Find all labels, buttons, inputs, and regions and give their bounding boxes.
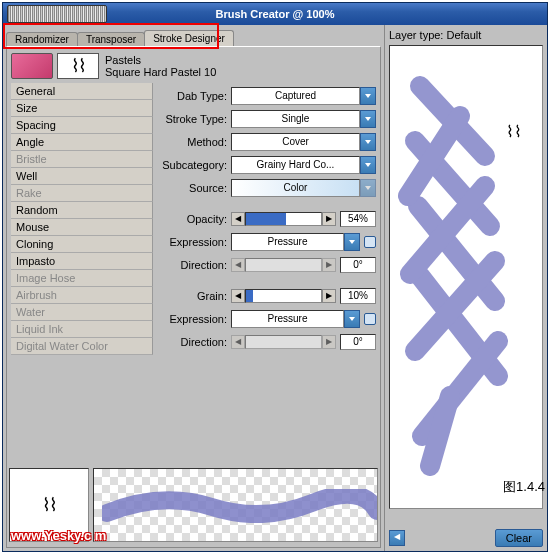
expression1-invert-checkbox[interactable]	[364, 236, 376, 248]
clear-button[interactable]: Clear	[495, 529, 543, 547]
cat-random[interactable]: Random	[11, 202, 153, 219]
opacity-slider[interactable]	[245, 212, 322, 226]
direction2-label: Direction:	[157, 336, 231, 348]
property-category-list: General Size Spacing Angle Bristle Well …	[11, 83, 153, 355]
drag-grip[interactable]	[7, 5, 107, 23]
cat-image-hose: Image Hose	[11, 270, 153, 287]
window-title: Brush Creator @ 100%	[216, 8, 335, 20]
subcategory-dropdown[interactable]	[360, 156, 376, 174]
source-label: Source:	[157, 182, 231, 194]
subcategory-label: Subcategory:	[157, 159, 231, 171]
expression1-value[interactable]: Pressure	[231, 233, 344, 251]
tab-randomizer[interactable]: Randomizer	[6, 32, 78, 46]
dab-type-value[interactable]: Captured	[231, 87, 360, 105]
cat-mouse[interactable]: Mouse	[11, 219, 153, 236]
grain-increase[interactable]: ▶	[322, 289, 336, 303]
dab-type-label: Dab Type:	[157, 90, 231, 102]
opacity-label: Opacity:	[157, 213, 231, 225]
cat-size[interactable]: Size	[11, 100, 153, 117]
method-value[interactable]: Cover	[231, 133, 360, 151]
title-bar[interactable]: Brush Creator @ 100%	[3, 3, 547, 25]
stroke-preview	[93, 468, 378, 542]
canvas-dab-icon: ⌇⌇	[506, 122, 522, 141]
cat-liquid-ink: Liquid Ink	[11, 321, 153, 338]
cat-bristle: Bristle	[11, 151, 153, 168]
tab-stroke-designer[interactable]: Stroke Designer	[144, 30, 234, 46]
figure-label: 图1.4.4	[503, 478, 545, 496]
direction2-increase: ▶	[322, 335, 336, 349]
opacity-decrease[interactable]: ◀	[231, 212, 245, 226]
direction2-slider	[245, 335, 322, 349]
scroll-left-button[interactable]: ◀	[389, 530, 405, 546]
method-label: Method:	[157, 136, 231, 148]
category-icon[interactable]	[11, 53, 53, 79]
subcategory-value[interactable]: Grainy Hard Co...	[231, 156, 360, 174]
direction1-value: 0°	[340, 257, 376, 273]
expression2-invert-checkbox[interactable]	[364, 313, 376, 325]
watermark: www.Yesky.c m	[11, 528, 106, 543]
expression2-dropdown[interactable]	[344, 310, 360, 328]
grain-value[interactable]: 10%	[340, 288, 376, 304]
category-name: Pastels	[105, 54, 216, 66]
opacity-value[interactable]: 54%	[340, 211, 376, 227]
source-value[interactable]: Color	[231, 179, 360, 197]
grain-decrease[interactable]: ◀	[231, 289, 245, 303]
layer-type-label: Layer type: Default	[389, 29, 543, 41]
direction1-increase: ▶	[322, 258, 336, 272]
expression1-dropdown[interactable]	[344, 233, 360, 251]
stroke-preview-path	[102, 489, 378, 523]
cat-general[interactable]: General	[11, 83, 153, 100]
variant-name: Square Hard Pastel 10	[105, 66, 216, 78]
grain-slider[interactable]	[245, 289, 322, 303]
cat-angle[interactable]: Angle	[11, 134, 153, 151]
cat-well[interactable]: Well	[11, 168, 153, 185]
stroke-type-value[interactable]: Single	[231, 110, 360, 128]
cat-spacing[interactable]: Spacing	[11, 117, 153, 134]
cat-water: Water	[11, 304, 153, 321]
direction1-decrease: ◀	[231, 258, 245, 272]
cat-impasto[interactable]: Impasto	[11, 253, 153, 270]
grain-label: Grain:	[157, 290, 231, 302]
expression2-label: Expression:	[157, 313, 231, 325]
stroke-type-label: Stroke Type:	[157, 113, 231, 125]
stroke-type-dropdown[interactable]	[360, 110, 376, 128]
preview-canvas[interactable]: ⌇⌇	[389, 45, 543, 509]
dab-preview-icon: ⌇⌇	[42, 494, 56, 516]
squiggle-icon: ⌇⌇	[71, 55, 85, 77]
opacity-increase[interactable]: ▶	[322, 212, 336, 226]
cat-cloning[interactable]: Cloning	[11, 236, 153, 253]
canvas-stroke	[390, 46, 543, 506]
expression2-value[interactable]: Pressure	[231, 310, 344, 328]
variant-icon[interactable]: ⌇⌇	[57, 53, 99, 79]
tab-transposer[interactable]: Transposer	[77, 32, 145, 46]
method-dropdown[interactable]	[360, 133, 376, 151]
direction2-decrease: ◀	[231, 335, 245, 349]
source-dropdown	[360, 179, 376, 197]
dab-type-dropdown[interactable]	[360, 87, 376, 105]
cat-rake: Rake	[11, 185, 153, 202]
direction1-label: Direction:	[157, 259, 231, 271]
direction1-slider	[245, 258, 322, 272]
cat-airbrush: Airbrush	[11, 287, 153, 304]
cat-digital-water-color: Digital Water Color	[11, 338, 153, 355]
expression1-label: Expression:	[157, 236, 231, 248]
tab-bar: Randomizer Transposer Stroke Designer	[6, 28, 381, 46]
direction2-value: 0°	[340, 334, 376, 350]
